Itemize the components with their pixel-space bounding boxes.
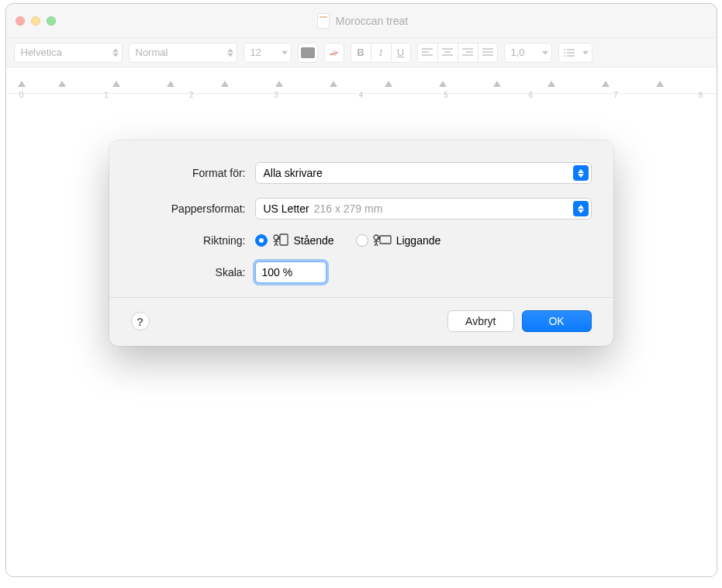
svg-point-46 (374, 235, 378, 240)
orientation-portrait-label: Stående (294, 234, 334, 247)
svg-marker-39 (578, 174, 584, 178)
svg-marker-38 (578, 169, 584, 173)
radio-checked-icon (255, 234, 268, 247)
format-for-value: Alla skrivare (264, 167, 323, 179)
cancel-label: Avbryt (465, 315, 496, 327)
scale-label: Skala: (131, 266, 255, 278)
orientation-label: Riktning: (131, 234, 255, 247)
orientation-portrait-radio[interactable]: Stående (255, 233, 334, 247)
radio-unchecked-icon (356, 234, 368, 247)
paper-format-value: US Letter (264, 202, 309, 215)
paper-format-select[interactable]: US Letter 216 x 279 mm (255, 198, 592, 220)
paper-dimensions: 216 x 279 mm (314, 202, 383, 215)
paper-format-label: Pappersformat: (131, 202, 255, 215)
ok-label: OK (548, 315, 564, 327)
portrait-icon (272, 233, 289, 247)
scale-value: 100 % (262, 266, 293, 278)
scale-input[interactable]: 100 % (255, 261, 326, 283)
format-for-select[interactable]: Alla skrivare (255, 162, 592, 184)
app-window: Moroccan treat Helvetica Normal 12 a (5, 3, 717, 577)
cancel-button[interactable]: Avbryt (447, 310, 513, 332)
svg-marker-40 (578, 205, 584, 209)
help-button[interactable]: ? (131, 312, 150, 330)
format-for-label: Format för: (131, 167, 255, 179)
select-stepper-icon (573, 165, 589, 181)
svg-marker-41 (578, 209, 584, 213)
landscape-icon (373, 233, 392, 247)
orientation-landscape-radio[interactable]: Liggande (356, 233, 441, 247)
svg-rect-45 (380, 236, 391, 244)
page-setup-dialog: Format för: Alla skrivare Pappersformat:… (109, 140, 613, 346)
ok-button[interactable]: OK (522, 310, 592, 332)
orientation-landscape-label: Liggande (396, 234, 441, 247)
select-stepper-icon (573, 201, 589, 216)
dialog-footer: ? Avbryt OK (131, 298, 592, 346)
svg-rect-42 (280, 234, 288, 245)
help-label: ? (136, 315, 143, 328)
svg-point-43 (274, 235, 278, 240)
